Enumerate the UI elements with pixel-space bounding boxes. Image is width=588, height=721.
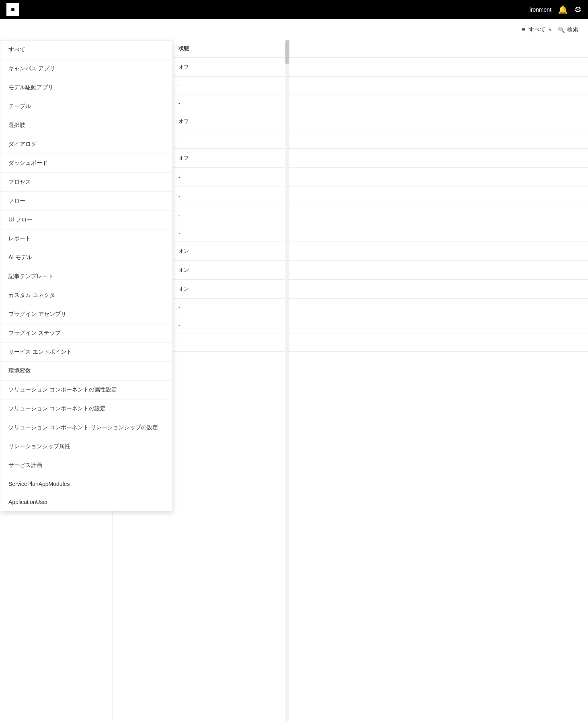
bell-icon[interactable]: 🔔 <box>558 5 568 14</box>
dropdown-item-all[interactable]: すべて <box>0 41 172 59</box>
app-header: ■ ironment 🔔 ⚙ <box>0 0 588 19</box>
app-logo: ■ <box>6 3 19 16</box>
dropdown-item-model-app[interactable]: モデル駆動アプリ <box>0 78 172 97</box>
header-right: ironment 🔔 ⚙ <box>530 5 582 14</box>
status-cell: - <box>178 340 211 346</box>
status-cell: オン <box>178 285 211 293</box>
status-cell: - <box>178 137 211 143</box>
right-row[interactable]: - - <box>113 94 588 112</box>
dropdown-item-env-var[interactable]: 環境変数 <box>0 362 172 381</box>
status-cell: オン <box>178 266 211 274</box>
status-cell: - <box>178 212 211 218</box>
dropdown-item-solution-attr[interactable]: ソリューション コンポーネントの属性設定 <box>0 381 172 399</box>
status-cell: - <box>178 304 211 310</box>
status-cell: - <box>178 322 211 328</box>
search-label: 検索 <box>567 26 578 33</box>
right-row[interactable]: システム オン <box>113 261 588 280</box>
environment-label: ironment <box>530 6 551 13</box>
dropdown-item-choice[interactable]: 選択肢 <box>0 116 172 135</box>
dropdown-item-dashboard[interactable]: ダッシュボード <box>0 154 172 173</box>
status-cell: オフ <box>178 118 211 125</box>
dropdown-item-service-endpoint[interactable]: サービス エンドポイント <box>0 343 172 362</box>
dropdown-item-ai-model[interactable]: AI モデル <box>0 248 172 267</box>
dropdown-item-table[interactable]: テーブル <box>0 97 172 116</box>
status-column-header: 状態 <box>178 45 211 52</box>
dropdown-item-report[interactable]: レポート <box>0 229 172 248</box>
status-cell: オフ <box>178 63 211 71</box>
dropdown-item-dialog[interactable]: ダイアログ <box>0 135 172 154</box>
status-cell: オフ <box>178 154 211 162</box>
right-row[interactable]: - オフ <box>113 149 588 168</box>
chevron-down-icon: ∨ <box>549 27 551 32</box>
right-row[interactable]: - - <box>113 224 588 242</box>
status-cell: - <box>178 230 211 236</box>
dropdown-item-application-user[interactable]: ApplicationUser <box>0 493 172 511</box>
gear-icon[interactable]: ⚙ <box>574 5 582 14</box>
right-row[interactable]: Matt Peart オン <box>113 242 588 261</box>
dropdown-item-ui-flow[interactable]: UI フロー <box>0 211 172 229</box>
right-row[interactable]: - - <box>113 316 588 334</box>
status-cell: - <box>178 174 211 180</box>
search-button[interactable]: 🔍 検索 <box>558 26 578 33</box>
right-column-header-row: 所有者 状態 <box>113 40 588 58</box>
dropdown-item-article-template[interactable]: 記事テンプレート <box>0 267 172 286</box>
type-filter-dropdown-menu: すべて キャンバス アプリ モデル駆動アプリ テーブル 選択肢 ダイアログ ダッ… <box>0 40 173 511</box>
dropdown-item-flow[interactable]: フロー <box>0 192 172 211</box>
right-row[interactable]: - - <box>113 299 588 316</box>
right-row[interactable]: システム - <box>113 205 588 224</box>
right-row[interactable]: システム - <box>113 168 588 186</box>
status-cell: - <box>178 82 211 88</box>
header-left: ■ <box>6 3 19 16</box>
dropdown-item-process[interactable]: プロセス <box>0 173 172 192</box>
dropdown-item-plugin-step[interactable]: プラグイン ステップ <box>0 324 172 343</box>
dropdown-item-custom-connector[interactable]: カスタム コネクタ <box>0 286 172 305</box>
main-content: タイプ ∨ ソリューション コンポーネント リレ Application Rib… <box>0 40 588 721</box>
dropdown-item-solution-setting[interactable]: ソリューション コンポーネントの設定 <box>0 399 172 418</box>
filter-dropdown[interactable]: ≡ すべて ∨ <box>522 26 551 33</box>
right-row[interactable]: - オフ <box>113 112 588 131</box>
right-row[interactable]: - - <box>113 131 588 149</box>
right-row[interactable]: - - <box>113 334 588 352</box>
dropdown-item-plugin-assembly[interactable]: プラグイン アセンブリ <box>0 305 172 324</box>
right-row[interactable]: - - <box>113 77 588 94</box>
filter-label: すべて <box>529 26 545 33</box>
dropdown-item-solution-rel-setting[interactable]: ソリューション コンポーネント リレーションシップの設定 <box>0 418 172 437</box>
dropdown-item-relationship-attr[interactable]: リレーションシップ属性 <box>0 437 172 456</box>
right-row[interactable]: システム オン <box>113 280 588 299</box>
right-row[interactable]: システム - <box>113 186 588 205</box>
right-panel: 所有者 状態 - オフ - - - - - オフ - - - オフ <box>113 40 588 721</box>
status-cell: - <box>178 100 211 106</box>
status-cell: - <box>178 193 211 199</box>
dropdown-item-canvas-app[interactable]: キャンバス アプリ <box>0 59 172 78</box>
dropdown-item-service-plan[interactable]: サービス計画 <box>0 456 172 475</box>
hamburger-icon: ≡ <box>522 26 525 33</box>
search-icon: 🔍 <box>558 27 565 33</box>
right-row[interactable]: - オフ <box>113 58 588 77</box>
dropdown-item-service-plan-appmodules[interactable]: ServicePlanAppModules <box>0 475 172 493</box>
status-cell: オン <box>178 248 211 255</box>
toolbar: ≡ すべて ∨ 🔍 検索 <box>0 19 588 40</box>
